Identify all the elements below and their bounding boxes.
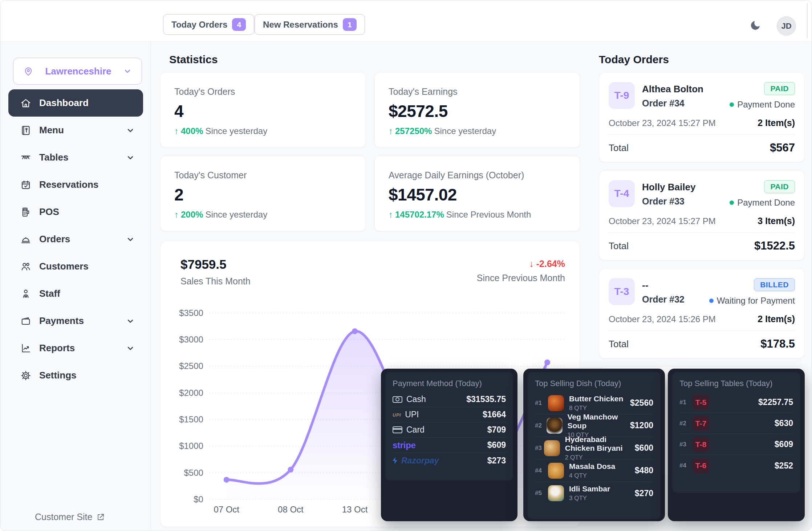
sidebar-item-payments[interactable]: Payments <box>8 307 143 335</box>
sidebar-item-reservations[interactable]: Reservations <box>8 171 143 198</box>
svg-text:$2500: $2500 <box>179 361 203 371</box>
gear-icon <box>20 370 31 381</box>
stat-value: $1457.02 <box>389 185 566 204</box>
today-orders-heading: Today Orders <box>599 53 669 66</box>
up-arrow-icon: ↑ <box>389 126 393 136</box>
sidebar-item-orders[interactable]: Orders <box>8 226 143 253</box>
stat-delta-suffix: Since yesterday <box>205 126 267 136</box>
dish-qty: 8 QTY <box>569 405 623 412</box>
payment-method-title: Payment Method (Today) <box>393 379 506 388</box>
stat-delta: ↑ 257250% Since yesterday <box>389 126 566 136</box>
payment-method-label: Razorpay <box>401 456 439 466</box>
statistics-heading: Statistics <box>169 53 218 66</box>
table-amount: $609 <box>775 439 793 449</box>
order-card-divider <box>609 331 795 331</box>
dish-photo <box>548 395 564 411</box>
sidebar-item-tables[interactable]: Tables <box>8 144 143 171</box>
cloche-icon <box>20 234 31 245</box>
dashboard-screen: Today Orders 4 New Reservations 1 JD Law… <box>0 0 812 531</box>
stat-delta-percent: 145702.17% <box>395 210 444 220</box>
order-card[interactable]: T-4 Holly Bailey Order #33 PAID Payment … <box>599 170 805 260</box>
payment-method-label: stripe <box>393 440 416 450</box>
customer-name: Althea Bolton <box>642 84 703 95</box>
dish-amount: $480 <box>635 466 653 475</box>
scrollbar[interactable] <box>807 3 808 38</box>
payment-method-amount: $609 <box>487 440 506 450</box>
table-badge: T-4 <box>609 180 635 207</box>
sidebar-item-label: Customers <box>39 261 89 272</box>
payment-method-row: stripe $609 <box>393 438 506 453</box>
sidebar-item-reports[interactable]: Reports <box>8 335 143 362</box>
status-note-label: Payment Done <box>737 100 795 110</box>
stat-value: 2 <box>174 185 352 204</box>
up-arrow-icon: ↑ <box>389 210 393 220</box>
sidebar-item-staff[interactable]: Staff <box>8 280 143 307</box>
cash-icon <box>393 396 402 403</box>
person-icon <box>20 288 31 299</box>
table-rank-row: #2 T-7 $630 <box>679 413 793 434</box>
up-arrow-icon: ↑ <box>174 210 179 220</box>
dish-info: Butter Chicken 8 QTY <box>569 394 623 412</box>
sidebar-item-menu[interactable]: Menu <box>8 117 143 144</box>
dish-row: #2 Veg Manchow Soup 10 QTY $1200 <box>535 414 653 437</box>
razorpay-logo-icon <box>393 457 397 464</box>
stats-grid: Today's Orders 4 ↑ 400% Since yesterday … <box>160 72 580 231</box>
sidebar-item-customers[interactable]: Customers <box>8 253 143 280</box>
external-link-icon <box>96 513 105 522</box>
order-number: Order #33 <box>642 196 695 207</box>
sidebar-item-label: Orders <box>39 234 70 245</box>
sidebar-item-label: Staff <box>39 288 60 299</box>
sidebar-item-label: Tables <box>39 152 68 163</box>
table-badge: T-6 <box>693 458 709 473</box>
table-rank-row: #4 T-6 $252 <box>679 455 793 476</box>
stat-card: Average Daily Earnings (October) $1457.0… <box>374 156 580 231</box>
customer-name: Holly Bailey <box>642 182 695 193</box>
sidebar-item-pos[interactable]: POS <box>8 198 143 226</box>
payment-method-label: Cash <box>406 394 426 404</box>
location-selector[interactable]: Lawrenceshire <box>13 58 142 85</box>
order-total-value: $567 <box>770 141 795 154</box>
order-card[interactable]: T-9 Althea Bolton Order #34 PAID Payment… <box>599 72 805 162</box>
table-amount: $252 <box>775 461 793 471</box>
dark-mode-toggle[interactable] <box>747 17 764 34</box>
sidebar-item-settings[interactable]: Settings <box>8 362 143 389</box>
order-datetime: October 23, 2024 15:27 PM <box>609 118 716 128</box>
up-arrow-icon: ↑ <box>174 126 179 136</box>
new-reservations-button[interactable]: New Reservations 1 <box>255 14 365 35</box>
today-orders-list: T-9 Althea Bolton Order #34 PAID Payment… <box>599 72 805 358</box>
status-dot-icon <box>730 102 734 107</box>
location-label: Lawrenceshire <box>34 66 123 77</box>
order-items-count: 2 Item(s) <box>758 118 795 128</box>
stat-label: Average Daily Earnings (October) <box>389 170 566 181</box>
dish-info: Hyderabadi Chicken Biryani 2 QTY <box>565 435 635 461</box>
payment-method-row: Razorpay $273 <box>393 453 506 468</box>
stat-label: Today's Earnings <box>389 86 566 97</box>
card-icon <box>393 426 402 433</box>
dish-row: #3 Hyderabadi Chicken Biryani 2 QTY $600 <box>535 437 653 459</box>
today-orders-button[interactable]: Today Orders 4 <box>163 14 254 35</box>
sidebar-item-label: Payments <box>39 315 84 327</box>
dish-qty: 2 QTY <box>565 454 635 461</box>
stat-delta: ↑ 200% Since yesterday <box>174 210 352 220</box>
chevron-down-icon <box>126 344 135 353</box>
avatar-initials: JD <box>781 21 791 31</box>
avatar[interactable]: JD <box>777 16 796 36</box>
status-note-label: Waiting for Payment <box>717 296 795 306</box>
stat-delta-percent: 200% <box>181 210 203 220</box>
wallet-icon <box>20 316 31 327</box>
svg-text:$500: $500 <box>184 468 203 478</box>
order-card[interactable]: T-3 -- Order #32 BILLED Waiting for Paym… <box>599 268 805 358</box>
dish-row: #5 Idli Sambar 3 QTY $270 <box>535 482 653 504</box>
payment-method-label: Card <box>406 425 425 435</box>
dish-photo <box>547 418 563 434</box>
order-customer-block: Althea Bolton Order #34 <box>642 82 703 110</box>
stat-value: $2572.5 <box>389 101 566 121</box>
order-total-row: Total $1522.5 <box>609 239 795 252</box>
moon-icon <box>750 20 761 31</box>
status-dot-icon <box>730 200 734 205</box>
customer-site-link[interactable]: Customer Site <box>35 512 105 522</box>
sidebar-item-dashboard[interactable]: Dashboard <box>8 89 143 117</box>
sidebar-item-label: POS <box>39 206 59 218</box>
table-amount: $2257.75 <box>758 397 793 407</box>
dish-rank: #3 <box>535 445 544 452</box>
